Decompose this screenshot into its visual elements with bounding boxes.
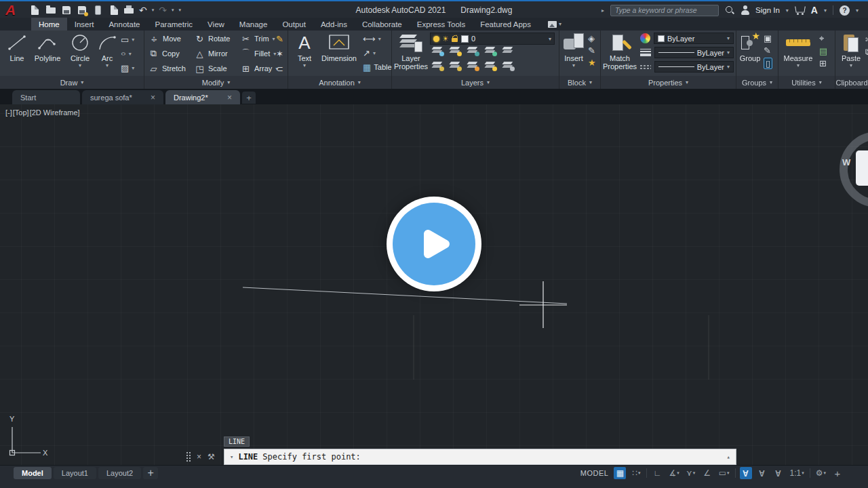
quick-select-icon[interactable]: ▤ [819,46,827,56]
create-block-icon[interactable]: ◈ [588,33,596,43]
ellipse-button[interactable]: ○ ▾ [121,47,134,60]
panel-caption-annotation[interactable]: Annotation▾ [288,76,391,89]
customization-gear-icon[interactable]: ⚙▾ [814,467,827,479]
ribbon-tab-view[interactable]: View [200,18,232,30]
text-button[interactable]: A Text ▾ [292,32,317,68]
rotate-button[interactable]: ↻ Rotate [195,33,230,45]
panel-caption-groups[interactable]: Groups▾ [736,76,778,89]
autodesk-account-icon[interactable]: A [811,5,818,16]
circle-dropdown-icon[interactable]: ▾ [79,63,81,68]
layer-thaw-icon[interactable]: ☀ [442,35,449,43]
ribbon-tab-parametric[interactable]: Parametric [148,18,201,30]
ribbon-tab-express-tools[interactable]: Express Tools [410,18,473,30]
app-store-cart-icon[interactable] [795,6,805,15]
stretch-button[interactable]: ▱ Stretch [149,62,186,75]
layer-walk-icon[interactable] [467,60,479,70]
layer-unlock-all-icon[interactable] [484,60,496,70]
layer-prev-icon[interactable] [449,60,461,70]
ribbon-tab-manage[interactable]: Manage [232,18,275,30]
file-tab-surega-sofa[interactable]: surega sofa* × [82,90,163,104]
panel-caption-clipboard[interactable]: Clipboard [835,76,868,89]
paste-button[interactable]: Paste ▾ [838,32,864,68]
rectangle-button[interactable]: ▭ ▾ [121,33,134,45]
ribbon-tab-annotate[interactable]: Annotate [101,18,147,30]
linetype-select[interactable]: ByLayer ▾ [654,61,734,73]
layer-on-icon[interactable] [433,36,439,42]
command-input-bar[interactable]: ▾ LINE Specify first point: ▴ [224,449,736,465]
group-selection-toggle-icon[interactable]: ▯ [764,58,772,69]
ribbon-tab-home[interactable]: Home [31,18,67,30]
arc-dropdown-icon[interactable]: ▾ [106,63,108,68]
search-icon[interactable] [725,5,734,15]
isometric-drafting-icon[interactable]: ⋎▾ [685,467,697,479]
explode-button[interactable]: ✶ [275,47,285,60]
collapse-search-icon[interactable]: ▸ [601,7,604,14]
layer-lock-icon[interactable] [484,45,496,56]
insert-button[interactable]: Insert ▾ [561,32,587,68]
leader-dropdown-icon[interactable]: ▾ [373,50,376,56]
file-tab-start[interactable]: Start [12,90,80,104]
layout1-tab[interactable]: Layout1 [54,467,96,479]
layer-freeze-icon[interactable] [467,45,479,56]
ribbon-tab-output[interactable]: Output [275,18,313,30]
ribbon-tab-insert[interactable]: Insert [67,18,102,30]
help-dropdown-icon[interactable]: ▾ [856,7,859,14]
panel-caption-block[interactable]: Block▾ [559,76,600,89]
search-input[interactable] [610,5,719,16]
mirror-button[interactable]: △ Mirror [195,47,228,60]
annotation-scale-icon[interactable]: A [772,467,785,479]
annotation-autoscale-icon[interactable]: A [756,467,768,479]
layer-unlock-icon[interactable] [452,35,458,42]
ribbon-tab-collaborate[interactable]: Collaborate [355,18,410,30]
leader-button[interactable]: ↗ ▾ [363,47,392,59]
layer-isolate-icon[interactable] [449,45,461,56]
panel-caption-draw[interactable]: Draw▾ [0,76,144,89]
snap-toggle-icon[interactable]: ∷▾ [630,467,642,479]
ribbon-tab-featured-apps[interactable]: Featured Apps [473,18,538,30]
object-snap-icon[interactable]: ▭▾ [717,467,731,479]
group-edit-icon[interactable]: ✎ [764,45,772,56]
cut-icon[interactable]: ✂ [865,35,868,45]
polar-tracking-icon[interactable]: ∡▾ [667,467,680,479]
quick-calculator-icon[interactable]: ⊞ [819,58,827,68]
hatch-dropdown-icon[interactable]: ▾ [132,65,134,71]
object-color-select[interactable]: ByLayer ▾ [654,33,734,44]
layer-state-icon[interactable] [502,60,514,70]
hatch-button[interactable]: ▨ ▾ [121,62,134,74]
command-close-icon[interactable]: × [197,452,201,462]
ribbon-tab-addins[interactable]: Add-ins [313,18,355,30]
rectangle-dropdown-icon[interactable]: ▾ [132,37,134,43]
command-drag-handle[interactable] [186,451,191,462]
color-wheel-icon[interactable] [640,33,650,43]
panel-caption-layers[interactable]: Layers▾ [392,76,559,89]
ribbon-display-toggle[interactable]: ▾ [548,18,561,30]
text-dropdown-icon[interactable]: ▾ [303,63,306,68]
autodesk-dropdown-icon[interactable]: ▾ [824,7,827,14]
erase-button[interactable]: ✎ [275,33,285,45]
user-account-icon[interactable] [741,5,749,15]
new-tab-button[interactable]: + [242,92,256,104]
offset-button[interactable]: ⊂ [275,62,285,75]
polyline-button[interactable]: Polyline [31,32,64,62]
layer-properties-button[interactable]: Layer Properties [393,32,429,70]
insert-dropdown-icon[interactable]: ▾ [572,63,575,68]
copy-clip-icon[interactable]: ⧉ [865,47,868,58]
layer-combo-dropdown-icon[interactable]: ▾ [549,36,551,42]
close-tab-icon[interactable]: × [151,93,155,102]
linear-dimension-dropdown-icon[interactable]: ▾ [378,36,381,42]
layer-off-icon[interactable] [431,45,443,56]
layer-color-swatch[interactable] [461,35,469,43]
grid-toggle-icon[interactable]: ▦ [614,467,626,479]
ortho-toggle-icon[interactable]: ∟ [651,467,663,479]
layer-select-combo[interactable]: ☀ 0 ▾ [430,33,555,45]
isolate-objects-plus-icon[interactable]: + [831,467,844,479]
annotation-visibility-icon[interactable]: A [740,467,752,479]
linear-dimension-button[interactable]: ⟷ ▾ [363,33,392,45]
video-play-button[interactable] [387,197,481,291]
group-button[interactable]: ★ Group [738,32,762,62]
table-button[interactable]: ▦ Table [363,61,392,73]
move-button[interactable]: ↔↕ Move [149,33,181,45]
lineweight-select[interactable]: ByLayer ▾ [654,47,734,58]
space-indicator[interactable]: MODEL [580,469,609,477]
sign-in-link[interactable]: Sign In [755,6,780,14]
